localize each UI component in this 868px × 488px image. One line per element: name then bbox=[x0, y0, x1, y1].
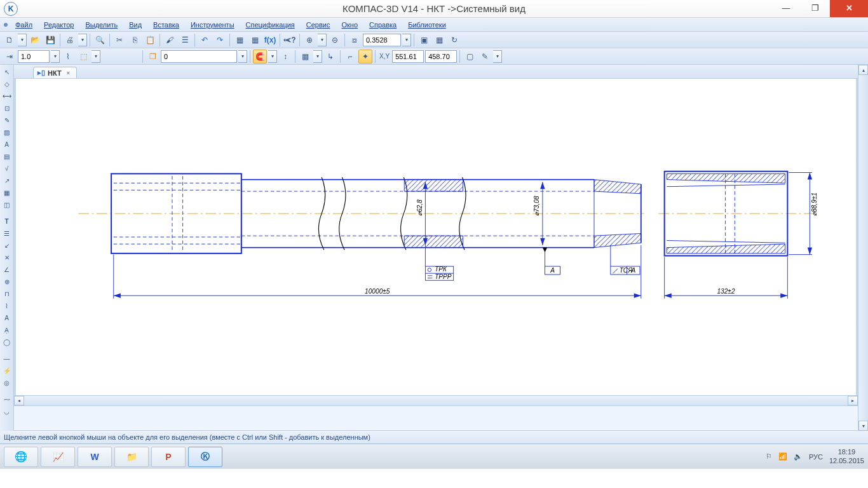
brush-icon[interactable]: 🖌 bbox=[163, 33, 177, 47]
taskbar-app1-icon[interactable]: 📈 bbox=[41, 447, 75, 467]
help-icon[interactable]: ⥷? bbox=[283, 33, 297, 47]
ortho-icon[interactable]: ↕ bbox=[278, 50, 292, 64]
print-dropdown[interactable]: ▾ bbox=[78, 34, 87, 46]
tray-clock[interactable]: 18:19 12.05.2015 bbox=[829, 448, 864, 464]
minimize-button[interactable]: — bbox=[771, 1, 801, 16]
scroll-up-icon[interactable]: ▴ bbox=[858, 65, 868, 75]
menu-window[interactable]: Окно bbox=[336, 20, 363, 30]
snap-dropdown[interactable]: ▾ bbox=[268, 50, 277, 63]
style-icon[interactable]: ⬚ bbox=[76, 50, 90, 64]
menu-insert[interactable]: Вставка bbox=[148, 20, 184, 30]
undo-icon[interactable]: ↶ bbox=[198, 33, 212, 47]
maximize-button[interactable]: ❐ bbox=[801, 1, 830, 16]
taskbar-word-icon[interactable]: W bbox=[78, 447, 112, 467]
menu-tools[interactable]: Инструменты bbox=[186, 20, 240, 30]
tool-edit-icon[interactable]: ✎ bbox=[1, 114, 13, 126]
menu-service[interactable]: Сервис bbox=[301, 20, 336, 30]
tray-flag-icon[interactable]: ⚐ bbox=[766, 452, 772, 461]
drawing-canvas[interactable]: 10000±5 132±2 ⌀62,8 ⌀73,08 ⌀8 bbox=[14, 79, 858, 395]
zoom-prev-icon[interactable]: ⊖ bbox=[328, 33, 342, 47]
cut-icon[interactable]: ✂ bbox=[112, 33, 126, 47]
taskbar-kompas-icon[interactable]: Ⓚ bbox=[188, 447, 222, 467]
tool-target-icon[interactable]: ◎ bbox=[1, 377, 13, 388]
layer-dropdown[interactable]: ▾ bbox=[238, 50, 247, 63]
scroll-right-icon[interactable]: ▸ bbox=[848, 396, 858, 405]
tool-arrow-icon[interactable]: ↙ bbox=[1, 240, 13, 251]
grid-step-input[interactable] bbox=[18, 50, 50, 63]
tool-dash-icon[interactable]: ⁓ bbox=[1, 393, 13, 405]
tool-line-icon[interactable]: — bbox=[1, 353, 13, 364]
tool-a2-icon[interactable]: Ạ bbox=[1, 324, 13, 336]
tool-table-icon[interactable]: ▤ bbox=[1, 151, 13, 162]
zoom-value-input[interactable] bbox=[363, 34, 401, 46]
grid-dropdown[interactable]: ▾ bbox=[313, 50, 322, 63]
redo-icon[interactable]: ↷ bbox=[213, 33, 227, 47]
tool-angle-icon[interactable]: ∠ bbox=[1, 264, 13, 275]
tab-nkt[interactable]: ▸▯ НКТ × bbox=[33, 67, 77, 78]
grid-step-dropdown[interactable]: ▾ bbox=[51, 50, 60, 63]
layer-input[interactable] bbox=[161, 50, 237, 63]
tray-volume-icon[interactable]: 🔈 bbox=[794, 452, 803, 461]
tool-a-icon[interactable]: A bbox=[1, 312, 13, 323]
copy-icon[interactable]: ⎘ bbox=[128, 33, 142, 47]
tool-text-icon[interactable]: A bbox=[1, 139, 13, 150]
misc-a-icon[interactable]: ▢ bbox=[463, 50, 477, 64]
open-icon[interactable]: 📂 bbox=[28, 33, 42, 47]
tray-lang[interactable]: РУС bbox=[809, 453, 823, 461]
tool-roughness-icon[interactable]: √ bbox=[1, 163, 13, 174]
style-dropdown[interactable]: ▾ bbox=[92, 50, 100, 63]
tool-list-icon[interactable]: ☰ bbox=[1, 227, 13, 239]
ortho-mode-icon[interactable]: ⌐ bbox=[343, 50, 357, 64]
grid-step-icon[interactable]: ⇥ bbox=[3, 50, 17, 64]
tool-spec-icon[interactable]: ▦ bbox=[1, 187, 13, 198]
tab-close-icon[interactable]: × bbox=[67, 70, 70, 76]
menu-libraries[interactable]: Библиотеки bbox=[403, 20, 451, 30]
taskbar-explorer-icon[interactable]: 📁 bbox=[114, 447, 149, 467]
new-dropdown[interactable]: ▾ bbox=[18, 34, 27, 46]
tool-cross-icon[interactable]: ✕ bbox=[1, 252, 13, 263]
tool-bolt-icon[interactable]: ⚡ bbox=[1, 365, 13, 376]
menu-specification[interactable]: Спецификация bbox=[241, 20, 300, 30]
magnet-snap-icon[interactable]: 🧲 bbox=[253, 50, 267, 64]
variables-icon[interactable]: f(x) bbox=[263, 33, 277, 47]
zoom-in-dropdown[interactable]: ▾ bbox=[318, 34, 327, 46]
grid-icon[interactable]: ▦ bbox=[298, 50, 312, 64]
tool-view-icon[interactable]: ◫ bbox=[1, 199, 13, 210]
vertical-scrollbar[interactable]: ▴ ▾ bbox=[858, 65, 868, 431]
menu-view[interactable]: Вид bbox=[124, 20, 147, 30]
tool-hatch-icon[interactable]: ▨ bbox=[1, 126, 13, 138]
zoom-dropdown[interactable]: ▾ bbox=[402, 34, 411, 46]
tool-circle-icon[interactable]: ◯ bbox=[1, 336, 13, 348]
coord-y-input[interactable] bbox=[425, 50, 457, 63]
refresh-icon[interactable]: ▣ bbox=[417, 33, 431, 47]
print-icon[interactable]: 🖨 bbox=[63, 33, 77, 47]
menu-file[interactable]: Файл bbox=[10, 20, 37, 30]
spec-link-icon[interactable]: ▦ bbox=[248, 33, 262, 47]
tool-geometry-icon[interactable]: ◇ bbox=[1, 78, 13, 90]
close-button[interactable]: ✕ bbox=[830, 0, 868, 17]
tool-leader-icon[interactable]: ↗ bbox=[1, 175, 13, 186]
horizontal-scrollbar[interactable]: ◂ ▸ bbox=[14, 395, 858, 405]
zoom-fit-icon[interactable]: ⧈ bbox=[348, 33, 362, 47]
misc-b-icon[interactable]: ✎ bbox=[478, 50, 492, 64]
menu-help[interactable]: Справка bbox=[364, 20, 402, 30]
local-cs-icon[interactable]: ↳ bbox=[323, 50, 337, 64]
zoom-in-icon[interactable]: ⊕ bbox=[302, 33, 316, 47]
coord-x-input[interactable] bbox=[392, 50, 424, 63]
tool-designation-icon[interactable]: ⊡ bbox=[1, 102, 13, 114]
preview-icon[interactable]: 🔍 bbox=[93, 33, 107, 47]
tool-final-icon[interactable]: ◡ bbox=[1, 405, 13, 417]
snap-icon[interactable]: ⌇ bbox=[61, 50, 75, 64]
layer-icon[interactable]: ❒ bbox=[146, 50, 159, 64]
properties-icon[interactable]: ☰ bbox=[178, 33, 192, 47]
spec-icon[interactable]: ▦ bbox=[233, 33, 247, 47]
round-icon[interactable]: ✦ bbox=[358, 50, 372, 64]
redraw-icon[interactable]: ↻ bbox=[447, 33, 461, 47]
taskbar-powerpoint-icon[interactable]: P bbox=[151, 447, 186, 467]
save-icon[interactable]: 💾 bbox=[43, 33, 57, 47]
tool-letter-icon[interactable]: T bbox=[1, 215, 13, 227]
tool-break-icon[interactable]: ⊓ bbox=[1, 288, 13, 299]
scroll-down-icon[interactable]: ▾ bbox=[858, 421, 868, 431]
tray-network-icon[interactable]: 📶 bbox=[778, 452, 787, 461]
new-icon[interactable]: 🗋 bbox=[3, 33, 17, 47]
